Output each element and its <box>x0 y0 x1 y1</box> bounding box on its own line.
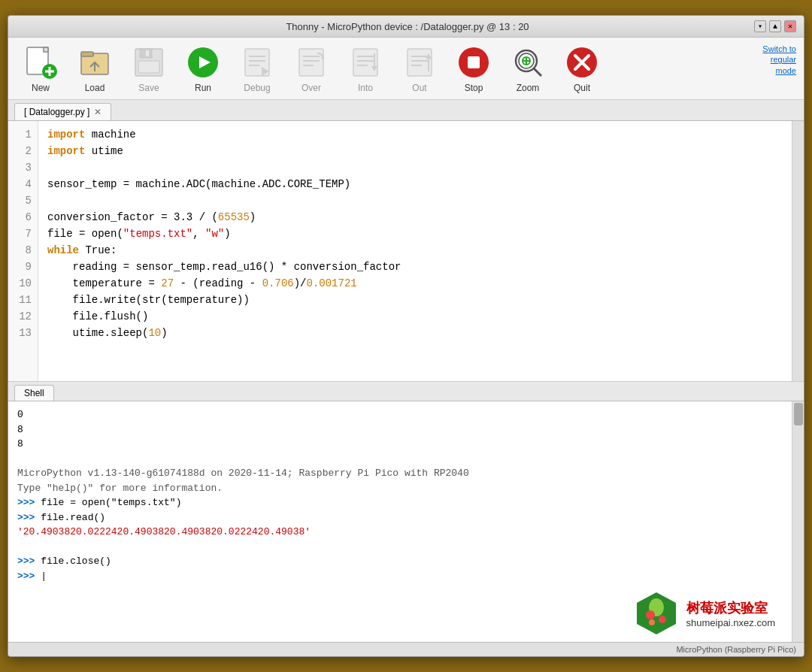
line-num-11: 11 <box>19 292 32 309</box>
editor-area: 1 2 3 4 5 6 7 8 9 10 11 12 13 import mac… <box>8 121 804 382</box>
cmd-2: file.read() <box>41 512 105 523</box>
save-button[interactable]: Save <box>123 41 175 96</box>
save-icon <box>130 44 168 81</box>
shell-result-1: '20.4903820.0222420.4903820.4903820.0222… <box>17 525 783 540</box>
out-icon <box>401 44 438 81</box>
code-editor[interactable]: import machine import utime sensor_temp … <box>38 121 792 381</box>
line-num-9: 9 <box>26 259 32 276</box>
code-line-3 <box>47 160 783 177</box>
code-line-2: import utime <box>47 144 783 160</box>
shell-info-2: Type "help()" for more information. <box>17 481 783 496</box>
title-bar-title: Thonny - MicroPython device : /Datalogge… <box>61 21 754 32</box>
status-text: MicroPython (Raspberry Pi Pico) <box>676 645 796 654</box>
quit-button[interactable]: Quit <box>556 41 608 96</box>
stop-label: Stop <box>465 83 483 93</box>
load-button[interactable]: Load <box>68 41 121 96</box>
shell-line-1: 0 <box>17 407 783 422</box>
code-line-13: utime.sleep(10) <box>47 325 783 342</box>
toolbar: New Load <box>8 38 804 100</box>
cmd-1: file = open("temps.txt") <box>41 497 181 508</box>
line-num-3: 3 <box>26 160 32 177</box>
svg-rect-2 <box>44 47 48 52</box>
into-icon <box>347 44 384 81</box>
out-label: Out <box>412 83 426 93</box>
over-button[interactable]: Over <box>285 41 338 96</box>
debug-button[interactable]: Debug <box>231 41 283 96</box>
quit-icon <box>563 44 601 81</box>
run-button[interactable]: Run <box>177 41 229 96</box>
shell-cmd-4: >>> | <box>17 569 783 584</box>
run-label: Run <box>195 83 211 93</box>
line-num-10: 10 <box>19 276 32 292</box>
cmd-input[interactable]: | <box>41 571 47 582</box>
over-label: Over <box>301 83 321 93</box>
new-label: New <box>32 83 50 93</box>
code-line-4: sensor_temp = machine.ADC(machine.ADC.CO… <box>47 177 783 193</box>
line-num-5: 5 <box>26 193 32 210</box>
shell-cmd-3: >>> file.close() <box>17 554 783 569</box>
maximize-button[interactable]: ▲ <box>769 20 781 32</box>
stop-icon <box>455 44 492 81</box>
zoom-icon <box>509 44 547 81</box>
shell-cmd-1: >>> file = open("temps.txt") <box>17 495 783 510</box>
over-icon <box>292 44 330 81</box>
shell-tab[interactable]: Shell <box>14 385 54 401</box>
title-bar: Thonny - MicroPython device : /Datalogge… <box>8 16 804 38</box>
shell-tab-bar: Shell <box>8 382 804 401</box>
line-numbers: 1 2 3 4 5 6 7 8 9 10 11 12 13 <box>8 121 38 381</box>
shell-scrollbar[interactable] <box>792 401 804 642</box>
line-num-13: 13 <box>19 325 32 342</box>
line-num-7: 7 <box>26 226 32 243</box>
run-icon <box>184 44 222 81</box>
shell-content: 0 8 8 MicroPython v1.13-140-g61074188d o… <box>8 401 804 642</box>
svg-point-50 <box>646 610 655 619</box>
line-num-2: 2 <box>26 144 32 160</box>
into-button[interactable]: Into <box>339 41 392 96</box>
quit-label: Quit <box>574 83 590 93</box>
stop-button[interactable]: Stop <box>447 41 500 96</box>
zoom-label: Zoom <box>517 83 540 93</box>
into-label: Into <box>358 83 373 93</box>
svg-rect-7 <box>81 52 93 56</box>
editor-tab-close[interactable]: ✕ <box>94 107 102 117</box>
close-button[interactable]: ✕ <box>784 20 796 32</box>
prompt-3: >>> <box>17 555 41 567</box>
code-line-8: while True: <box>47 243 783 259</box>
editor-scrollbar[interactable] <box>792 121 804 381</box>
editor-tab[interactable]: [ Datalogger.py ] ✕ <box>14 103 111 120</box>
shell-info-1: MicroPython v1.13-140-g61074188d on 2020… <box>17 466 783 481</box>
zoom-button[interactable]: Zoom <box>501 41 554 96</box>
minimize-button[interactable]: ▾ <box>754 20 766 32</box>
shell-line-blank <box>17 452 783 467</box>
save-label: Save <box>138 83 159 93</box>
watermark-logo <box>634 591 679 636</box>
prompt-1: >>> <box>17 497 41 508</box>
svg-rect-12 <box>146 50 149 56</box>
title-bar-controls: ▾ ▲ ✕ <box>754 20 796 32</box>
code-line-6: conversion_factor = 3.3 / (65535) <box>47 210 783 226</box>
shell-text[interactable]: 0 8 8 MicroPython v1.13-140-g61074188d o… <box>8 401 792 642</box>
watermark-url: shumeipai.nxez.com <box>686 617 776 628</box>
line-num-12: 12 <box>19 309 32 325</box>
switch-mode-link[interactable]: Switch toregularmode <box>762 44 796 76</box>
line-num-8: 8 <box>26 243 32 259</box>
code-line-5 <box>47 193 783 210</box>
svg-line-41 <box>534 68 541 76</box>
svg-point-51 <box>659 616 666 623</box>
load-label: Load <box>85 83 105 93</box>
watermark-area: 树莓派实验室 shumeipai.nxez.com <box>17 583 783 636</box>
line-num-1: 1 <box>26 127 32 144</box>
shell-scroll-thumb[interactable] <box>794 403 803 425</box>
shell-line-3: 8 <box>17 437 783 452</box>
cmd-3: file.close() <box>41 555 111 567</box>
watermark: 树莓派实验室 shumeipai.nxez.com <box>634 591 776 636</box>
new-button[interactable]: New <box>14 41 67 96</box>
load-icon <box>76 44 114 81</box>
code-line-9: reading = sensor_temp.read_u16() * conve… <box>47 259 783 276</box>
new-icon <box>22 44 59 81</box>
out-button[interactable]: Out <box>393 41 446 96</box>
line-num-4: 4 <box>26 177 32 193</box>
prompt-4: >>> <box>17 571 41 582</box>
status-bar: MicroPython (Raspberry Pi Pico) <box>8 642 804 656</box>
code-line-12: file.flush() <box>47 309 783 325</box>
